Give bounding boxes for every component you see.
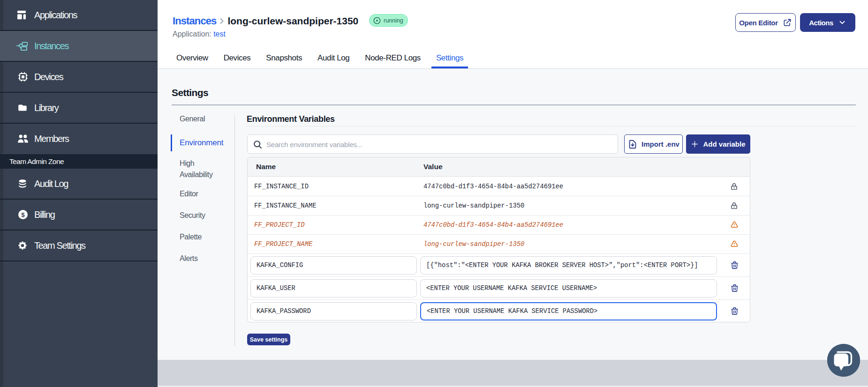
svg-text:$: $: [21, 211, 25, 218]
